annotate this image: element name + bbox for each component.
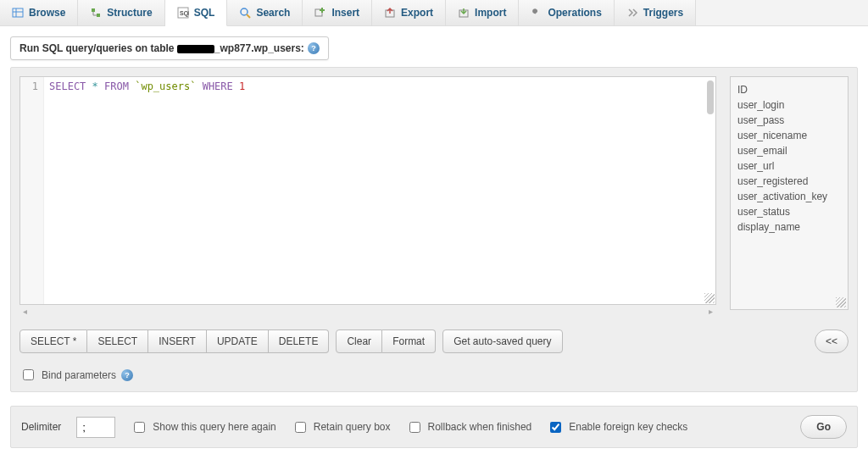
bind-parameters-label: Bind parameters bbox=[42, 369, 116, 381]
tab-label: Insert bbox=[331, 7, 359, 19]
list-item[interactable]: user_pass bbox=[737, 113, 841, 128]
tab-label: Browse bbox=[29, 7, 65, 19]
select-button[interactable]: SELECT bbox=[87, 329, 148, 353]
list-item[interactable]: user_url bbox=[737, 158, 841, 174]
list-item[interactable]: user_activation_key bbox=[737, 189, 841, 204]
tab-bar: Browse Structure SQL SQL Search Insert E… bbox=[0, 0, 868, 26]
select-star-button[interactable]: SELECT * bbox=[19, 329, 87, 353]
rollback-checkbox[interactable] bbox=[409, 422, 420, 433]
import-icon bbox=[458, 7, 470, 19]
tab-export[interactable]: Export bbox=[372, 0, 446, 25]
tab-label: Triggers bbox=[643, 7, 683, 19]
header-prefix: Run SQL query/queries on table bbox=[19, 42, 177, 54]
delimiter-label: Delimiter bbox=[21, 421, 61, 433]
tab-label: Operations bbox=[548, 7, 601, 19]
tab-structure[interactable]: Structure bbox=[78, 0, 164, 25]
svg-rect-3 bbox=[92, 8, 95, 12]
list-item[interactable]: display_name bbox=[737, 219, 841, 235]
svg-line-10 bbox=[247, 14, 250, 18]
foreign-key-checks-label: Enable foreign key checks bbox=[569, 421, 687, 433]
tab-label: SQL bbox=[194, 7, 215, 19]
redacted-dbname bbox=[177, 45, 214, 53]
tab-label: Import bbox=[475, 7, 506, 19]
bind-parameters-row: Bind parameters ? bbox=[19, 367, 849, 383]
list-item[interactable]: ID bbox=[737, 82, 841, 97]
retain-query-box-label: Retain query box bbox=[314, 421, 391, 433]
resize-handle-icon[interactable] bbox=[704, 293, 715, 303]
insert-icon bbox=[314, 7, 326, 19]
svg-text:SQL: SQL bbox=[180, 10, 189, 17]
header-suffix: _wp877.wp_users: bbox=[214, 42, 304, 54]
columns-list[interactable]: ID user_login user_pass user_nicename us… bbox=[730, 76, 849, 310]
update-button[interactable]: UPDATE bbox=[207, 329, 269, 353]
search-icon bbox=[239, 7, 251, 19]
help-icon[interactable]: ? bbox=[121, 369, 133, 381]
svg-rect-0 bbox=[13, 8, 23, 17]
tab-browse[interactable]: Browse bbox=[0, 0, 78, 25]
export-icon bbox=[384, 7, 396, 19]
tab-sql[interactable]: SQL SQL bbox=[165, 0, 228, 26]
sql-editor[interactable]: 1 SELECT * FROM `wp_users` WHERE 1 bbox=[19, 76, 716, 305]
list-item[interactable]: user_nicename bbox=[737, 128, 841, 143]
tab-label: Search bbox=[256, 7, 290, 19]
retain-query-box-checkbox[interactable] bbox=[295, 422, 306, 433]
footer-bar: Delimiter Show this query here again Ret… bbox=[10, 406, 858, 448]
go-button[interactable]: Go bbox=[800, 415, 847, 439]
delimiter-input[interactable] bbox=[76, 417, 115, 438]
resize-handle-icon[interactable] bbox=[836, 297, 846, 307]
svg-rect-4 bbox=[97, 14, 100, 17]
sql-panel: Run SQL query/queries on table _wp877.wp… bbox=[0, 26, 868, 454]
show-query-again-checkbox[interactable] bbox=[134, 422, 145, 433]
format-button[interactable]: Format bbox=[382, 329, 436, 353]
tab-import[interactable]: Import bbox=[446, 0, 519, 25]
tab-label: Structure bbox=[107, 7, 152, 19]
delete-button[interactable]: DELETE bbox=[269, 329, 330, 353]
tab-search[interactable]: Search bbox=[227, 0, 303, 25]
structure-icon bbox=[90, 7, 102, 19]
insert-button[interactable]: INSERT bbox=[148, 329, 207, 353]
sql-code[interactable]: SELECT * FROM `wp_users` WHERE 1 bbox=[44, 77, 715, 304]
tab-operations[interactable]: Operations bbox=[519, 0, 614, 25]
collapse-columns-button[interactable]: << bbox=[815, 329, 849, 353]
scrollbar-vertical[interactable] bbox=[707, 80, 714, 114]
sql-icon: SQL bbox=[177, 7, 189, 19]
clear-button[interactable]: Clear bbox=[336, 329, 382, 353]
help-icon[interactable]: ? bbox=[308, 42, 320, 54]
scrollbar-horizontal[interactable]: ◂▸ bbox=[19, 305, 716, 318]
table-icon bbox=[12, 7, 24, 19]
list-item[interactable]: user_login bbox=[737, 97, 841, 113]
line-gutter: 1 bbox=[20, 77, 44, 304]
wrench-icon bbox=[531, 7, 542, 19]
panel-body: 1 SELECT * FROM `wp_users` WHERE 1 ◂▸ ID… bbox=[10, 67, 858, 392]
list-item[interactable]: user_email bbox=[737, 143, 841, 158]
panel-header: Run SQL query/queries on table _wp877.wp… bbox=[10, 36, 329, 60]
tab-insert[interactable]: Insert bbox=[303, 0, 372, 25]
tab-triggers[interactable]: Triggers bbox=[615, 0, 696, 25]
editor-action-buttons: Clear Format bbox=[336, 329, 436, 353]
rollback-label: Rollback when finished bbox=[428, 421, 532, 433]
query-template-buttons: SELECT * SELECT INSERT UPDATE DELETE bbox=[19, 329, 329, 353]
list-item[interactable]: user_registered bbox=[737, 174, 841, 189]
get-autosaved-button[interactable]: Get auto-saved query bbox=[442, 329, 562, 353]
bind-parameters-checkbox[interactable] bbox=[23, 369, 34, 380]
foreign-key-checks-checkbox[interactable] bbox=[550, 422, 561, 433]
svg-point-9 bbox=[241, 8, 248, 15]
triggers-icon bbox=[626, 7, 638, 19]
tab-label: Export bbox=[401, 7, 433, 19]
list-item[interactable]: user_status bbox=[737, 204, 841, 219]
show-query-again-label: Show this query here again bbox=[153, 421, 275, 433]
autosave-button-group: Get auto-saved query bbox=[442, 329, 562, 353]
